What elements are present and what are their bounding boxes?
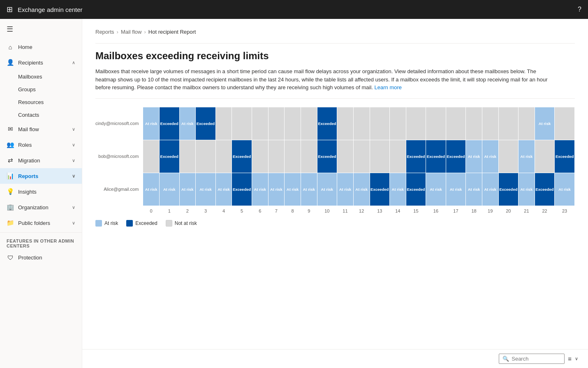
heatmap-cell[interactable]: Exceeded: [232, 173, 252, 206]
heatmap-cell[interactable]: At risk: [196, 173, 216, 206]
heatmap-cell[interactable]: At risk: [179, 107, 196, 140]
heatmap-cell[interactable]: At risk: [353, 173, 370, 206]
sidebar-sub-mailboxes[interactable]: Mailboxes: [0, 70, 82, 83]
heatmap-cell[interactable]: [285, 107, 301, 140]
heatmap-cell[interactable]: At risk: [535, 107, 555, 140]
heatmap-cell[interactable]: [370, 140, 390, 173]
heatmap-cell[interactable]: Exceeded: [232, 140, 252, 173]
filter-icon[interactable]: ≡: [568, 355, 572, 362]
heatmap-cell[interactable]: Exceeded: [498, 173, 519, 206]
heatmap-cell[interactable]: [498, 140, 519, 173]
sidebar-item-protection[interactable]: 🛡 Protection: [0, 250, 82, 265]
heatmap-cell[interactable]: [519, 107, 535, 140]
heatmap-cell[interactable]: [482, 107, 498, 140]
hamburger-button[interactable]: ☰: [0, 19, 82, 39]
heatmap-cell[interactable]: Exceeded: [160, 107, 180, 140]
heatmap-cell[interactable]: At risk: [143, 173, 160, 206]
heatmap-cell[interactable]: Exceeded: [406, 140, 426, 173]
heatmap-cell[interactable]: [179, 140, 196, 173]
heatmap-cell[interactable]: At risk: [285, 173, 301, 206]
learn-more-link[interactable]: Learn more: [375, 84, 402, 90]
heatmap-cell[interactable]: [252, 107, 268, 140]
help-icon[interactable]: ?: [578, 6, 581, 13]
heatmap-cell[interactable]: [143, 140, 160, 173]
heatmap-cell[interactable]: At risk: [519, 173, 535, 206]
sidebar-sub-contacts[interactable]: Contacts: [0, 109, 82, 121]
heatmap-cell[interactable]: [390, 107, 406, 140]
organization-icon: 🏢: [7, 204, 14, 211]
heatmap-cell[interactable]: At risk: [555, 173, 575, 206]
heatmap-cell[interactable]: At risk: [482, 173, 498, 206]
heatmap-cell[interactable]: [426, 107, 446, 140]
heatmap-cell[interactable]: At risk: [426, 173, 446, 206]
heatmap-cell[interactable]: Exceeded: [317, 107, 337, 140]
sidebar-item-insights[interactable]: 💡 Insights: [0, 184, 82, 199]
sidebar-item-mail-flow[interactable]: ✉ Mail flow ∨: [0, 121, 82, 137]
heatmap-cell[interactable]: [353, 140, 370, 173]
sidebar-item-home[interactable]: ⌂ Home: [0, 39, 82, 55]
sidebar-sub-resources[interactable]: Resources: [0, 96, 82, 109]
heatmap-cell[interactable]: At risk: [215, 173, 232, 206]
heatmap-cell[interactable]: At risk: [317, 173, 337, 206]
heatmap-cell[interactable]: [196, 140, 216, 173]
heatmap-cell[interactable]: Exceeded: [426, 140, 446, 173]
search-input[interactable]: [512, 356, 561, 362]
heatmap-cell[interactable]: [232, 107, 252, 140]
grid-icon[interactable]: ⊞: [7, 5, 13, 14]
sidebar-item-migration[interactable]: ⇄ Migration ∨: [0, 153, 82, 168]
heatmap-cell[interactable]: [268, 107, 285, 140]
hour-label: 13: [370, 206, 390, 213]
heatmap-cell[interactable]: [555, 107, 575, 140]
heatmap-cell[interactable]: [301, 107, 317, 140]
sidebar-item-public-folders[interactable]: 📁 Public folders ∨: [0, 215, 82, 231]
heatmap-cell[interactable]: At risk: [301, 173, 317, 206]
heatmap-cell[interactable]: [252, 140, 268, 173]
sidebar-item-roles[interactable]: 👥 Roles ∨: [0, 137, 82, 153]
heatmap-cell[interactable]: [390, 140, 406, 173]
heatmap-cell[interactable]: [406, 107, 426, 140]
chevron-down-icon[interactable]: ∨: [575, 356, 578, 361]
heatmap-cell[interactable]: Exceeded: [370, 173, 390, 206]
heatmap-cell[interactable]: Exceeded: [160, 140, 180, 173]
heatmap-cell[interactable]: [337, 140, 354, 173]
heatmap-cell[interactable]: [215, 107, 232, 140]
heatmap-cell[interactable]: At risk: [179, 173, 196, 206]
breadcrumb-reports[interactable]: Reports: [95, 29, 114, 35]
heatmap-cell[interactable]: Exceeded: [196, 107, 216, 140]
heatmap-cell[interactable]: At risk: [482, 140, 498, 173]
heatmap-cell[interactable]: At risk: [160, 173, 180, 206]
sidebar-item-recipients[interactable]: 👤 Recipients ∧: [0, 55, 82, 70]
heatmap-cell[interactable]: [337, 107, 354, 140]
heatmap-cell[interactable]: At risk: [466, 173, 482, 206]
heatmap-cell[interactable]: Exceeded: [535, 173, 555, 206]
heatmap-cell[interactable]: [353, 107, 370, 140]
heatmap-cell[interactable]: At risk: [143, 107, 160, 140]
heatmap-cell[interactable]: At risk: [466, 140, 482, 173]
heatmap-cell[interactable]: Exceeded: [446, 140, 466, 173]
heatmap-cell[interactable]: At risk: [252, 173, 268, 206]
heatmap-cell[interactable]: Exceeded: [317, 140, 337, 173]
heatmap-cell[interactable]: [268, 140, 285, 173]
heatmap-cell[interactable]: [215, 140, 232, 173]
search-box[interactable]: 🔍: [499, 354, 565, 364]
heatmap-cell[interactable]: At risk: [446, 173, 466, 206]
breadcrumb-mail-flow[interactable]: Mail flow: [121, 29, 142, 35]
heatmap-cell[interactable]: [466, 107, 482, 140]
sidebar-item-organization[interactable]: 🏢 Organization ∨: [0, 199, 82, 215]
heatmap-cell[interactable]: [446, 107, 466, 140]
heatmap-cell[interactable]: [535, 140, 555, 173]
heatmap-table: cindy@microsoft.comAt riskExceededAt ris…: [95, 107, 575, 213]
heatmap-cell[interactable]: [285, 140, 301, 173]
heatmap-cell[interactable]: [498, 107, 519, 140]
heatmap-cell[interactable]: [370, 107, 390, 140]
heatmap-cell[interactable]: Exceeded: [406, 173, 426, 206]
app-title: Exchange admin center: [18, 6, 83, 13]
heatmap-cell[interactable]: At risk: [268, 173, 285, 206]
sidebar-sub-groups[interactable]: Groups: [0, 83, 82, 96]
heatmap-cell[interactable]: At risk: [337, 173, 354, 206]
heatmap-cell[interactable]: At risk: [390, 173, 406, 206]
sidebar-item-reports[interactable]: 📊 Reports ∨: [0, 168, 82, 184]
heatmap-cell[interactable]: [301, 140, 317, 173]
heatmap-cell[interactable]: Exceeded: [555, 140, 575, 173]
heatmap-cell[interactable]: At risk: [519, 140, 535, 173]
